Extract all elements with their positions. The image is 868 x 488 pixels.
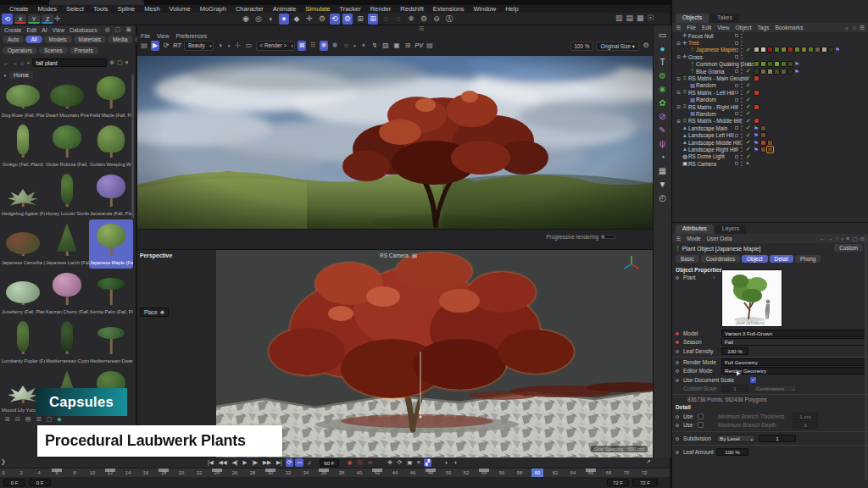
use-max-branch-checkbox[interactable] — [698, 422, 704, 428]
object-tree-row[interactable]: ◍ RS Dome Light •• — [672, 153, 868, 160]
tag-chip[interactable] — [794, 47, 800, 53]
tag-chip[interactable] — [767, 147, 773, 152]
palette-tool-icon[interactable]: ▦ — [659, 166, 666, 175]
transport-button[interactable]: ▶ — [241, 458, 248, 467]
asset-item[interactable]: Hedgehog Agave (Fall... — [1, 170, 45, 219]
home-icon[interactable]: ⌂ — [20, 60, 24, 66]
render-toolbar-icon[interactable]: ▦ — [637, 14, 644, 22]
enable-state-icon[interactable] — [746, 82, 750, 89]
subdivision-mode-dropdown[interactable]: By Level — [716, 435, 755, 442]
object-name[interactable]: RS Matrix - Left Hill — [688, 90, 734, 96]
back-icon[interactable]: ← — [3, 60, 9, 66]
asset-scrollbar[interactable] — [131, 75, 134, 219]
asset-item[interactable]: Dog-Rose (Fall, Plant) — [1, 72, 45, 121]
tag-chip[interactable] — [787, 69, 793, 75]
menu-item[interactable]: Extensions — [429, 5, 469, 13]
expand-toggle-icon[interactable]: ⊟ — [676, 90, 682, 95]
enable-state-icon[interactable] — [746, 89, 750, 96]
render-view-tool-icon[interactable]: ↯ — [370, 41, 379, 51]
zoom-level-field[interactable]: 100 % — [570, 42, 594, 51]
record-button[interactable]: Ⓐ — [355, 458, 364, 467]
asset-item[interactable]: Globe Robinia (Fall, Pl... — [45, 121, 89, 170]
asset-item[interactable]: Japanese Maple (Fall, ... — [89, 219, 133, 269]
enable-state-icon[interactable] — [746, 103, 750, 110]
render-view-tool-icon[interactable]: ▶ — [151, 41, 159, 51]
editor-mode-dropdown[interactable]: Render Geometry — [721, 367, 865, 374]
enable-state-icon[interactable] — [746, 118, 750, 125]
tag-chip[interactable] — [794, 69, 800, 75]
toolbar-icon[interactable]: ⚙ — [342, 14, 353, 25]
toolbar-icon[interactable]: ⟲ — [330, 14, 340, 25]
search-icon[interactable]: ⌕ — [841, 236, 844, 242]
expand-toggle-icon[interactable]: ⊟ — [676, 104, 682, 109]
asset-filter-tab[interactable]: Media — [108, 36, 133, 43]
viewport-camera-label[interactable]: RS Camera▤ — [380, 252, 417, 259]
menu-item[interactable]: Tracker — [336, 5, 365, 13]
asset-footer-icon[interactable]: ▤ — [25, 416, 31, 423]
menu-item[interactable]: Render — [366, 5, 396, 13]
filter-icon[interactable]: ≡ — [847, 236, 850, 242]
object-tree-row[interactable]: ⊞ ⠿ RS Matrix - Middle Hill •• — [672, 118, 868, 125]
enable-state-icon[interactable] — [746, 153, 750, 160]
tag-chip[interactable] — [760, 69, 766, 75]
timeline-ruler[interactable]: 0246810121416182022242628303234363840424… — [0, 468, 670, 477]
asset-filter-tab[interactable]: Auto — [3, 36, 24, 43]
enable-state-icon[interactable] — [746, 61, 750, 68]
menu-item[interactable]: Window — [470, 5, 501, 13]
chevron-right-icon[interactable]: › — [713, 274, 715, 280]
use-document-scale-checkbox[interactable]: ✓ — [750, 377, 756, 383]
toolbar-icon[interactable]: ◌ — [393, 14, 403, 25]
toolbar-icon[interactable]: ◐ — [266, 14, 276, 25]
asset-item[interactable]: Field Maple (Fall, Plant) — [89, 72, 133, 121]
tag-chip[interactable] — [754, 61, 760, 67]
asset-footer-icon[interactable]: ⊟ — [15, 416, 20, 423]
record-button[interactable]: ◉ — [346, 458, 354, 467]
attribute-tab-pill[interactable]: Coordinates — [701, 255, 740, 263]
object-tree-row[interactable]: ▲ Landscape Right Hill •• — [672, 146, 868, 152]
menu-item[interactable]: Mesh — [140, 5, 164, 13]
toolbar-icon[interactable]: ◉ — [241, 14, 251, 25]
add-icon[interactable]: + — [26, 60, 30, 66]
object-name[interactable]: Landscape Middle Hill — [688, 140, 741, 146]
tag-chip[interactable] — [754, 47, 760, 53]
asset-menu-edit[interactable]: Edit — [25, 27, 38, 33]
render-view-tool-icon[interactable]: RT — [173, 41, 181, 51]
render-view-tool-icon[interactable]: ⊠ — [298, 41, 306, 51]
object-tree-row[interactable]: ⊟ ✛ Grass •• — [672, 53, 868, 60]
asset-menu-create[interactable]: Create — [3, 27, 23, 33]
asset-category-tab[interactable]: Presets — [70, 47, 98, 54]
transport-button[interactable]: ▶| — [275, 458, 284, 467]
toolbar-icon[interactable]: ✛ — [304, 14, 314, 25]
transport-button[interactable]: ▭ — [295, 458, 303, 467]
object-name[interactable]: Random — [696, 82, 716, 88]
toolbar-icon[interactable]: ● — [279, 14, 289, 25]
tag-chip[interactable] — [760, 125, 766, 131]
tag-chip[interactable] — [760, 61, 766, 67]
keyframe-option-button[interactable]: ≡ — [415, 458, 422, 467]
object-tree-row[interactable]: ▲ Landscape Main •• — [672, 125, 868, 131]
tag-chip[interactable] — [781, 61, 787, 67]
fcurve-icon[interactable]: ↗ — [646, 458, 651, 465]
rv-menu-preferences[interactable]: Preferences — [176, 33, 208, 39]
attributes-scrollbar[interactable] — [865, 235, 867, 480]
tag-chip[interactable] — [754, 125, 760, 131]
filter-icon[interactable]: ☰ — [860, 25, 865, 31]
playback-mode-button[interactable]: ◐ — [443, 458, 450, 467]
tag-chip[interactable] — [754, 75, 760, 81]
render-view-tool-icon[interactable]: ⊞ — [403, 41, 412, 51]
toolbar-icon[interactable]: ◎ — [253, 14, 264, 25]
render-view-tool-icon[interactable]: ❄ — [320, 41, 328, 51]
om-menu-bookmarks[interactable]: Bookmarks — [775, 25, 803, 30]
enable-state-icon[interactable] — [746, 125, 750, 131]
menu-item[interactable]: MoGraph — [196, 5, 231, 13]
palette-tool-icon[interactable]: ⊘ — [659, 112, 665, 121]
toolbar-icon[interactable]: ⚙ — [317, 14, 327, 25]
attr-menu-mode[interactable]: Mode — [687, 236, 701, 241]
expand-icon[interactable]: ▣ — [124, 26, 133, 33]
object-tree-row[interactable]: ⊟ ⠿ RS Matrix - Main Ground •• — [672, 75, 868, 81]
palette-tool-icon[interactable]: ✿ — [659, 98, 665, 108]
object-name[interactable]: RS Camera — [688, 161, 716, 167]
render-view-tool-icon[interactable]: ▨ — [381, 41, 390, 51]
layer-toggle[interactable] — [735, 34, 738, 37]
attribute-manager-tab[interactable]: Layers — [715, 225, 746, 234]
